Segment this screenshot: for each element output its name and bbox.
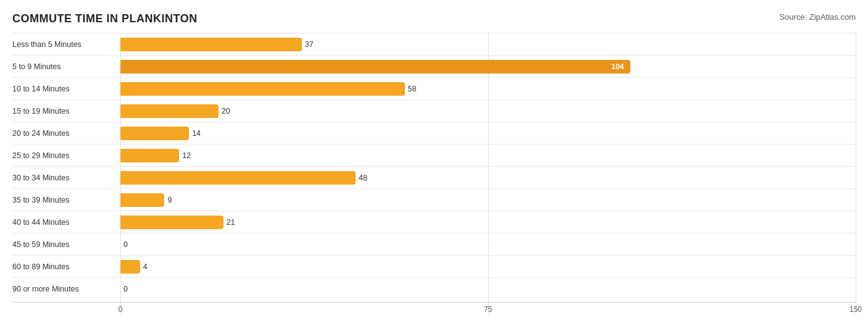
source-text: Source: ZipAtlas.com xyxy=(779,12,856,22)
chart-title: COMMUTE TIME IN PLANKINTON xyxy=(12,12,198,25)
bar-track: 0 xyxy=(120,282,856,296)
x-axis: 075150 xyxy=(12,302,856,315)
bar-fill xyxy=(120,82,405,96)
bar-label: 5 to 9 Minutes xyxy=(12,62,120,71)
bar-row: 40 to 44 Minutes21 xyxy=(12,211,856,233)
bar-row: 15 to 19 Minutes20 xyxy=(12,99,856,122)
bar-row: 30 to 34 Minutes48 xyxy=(12,166,856,188)
bar-fill xyxy=(120,171,356,185)
x-axis-labels: 075150 xyxy=(120,303,856,315)
bar-row: 90 or more Minutes0 xyxy=(12,277,856,300)
bar-fill xyxy=(120,127,189,140)
bar-track: 9 xyxy=(120,193,856,207)
x-axis-tick: 0 xyxy=(119,305,123,314)
chart-container: COMMUTE TIME IN PLANKINTON Source: ZipAt… xyxy=(0,6,868,323)
bar-fill xyxy=(120,260,140,274)
bar-fill xyxy=(120,60,630,73)
bar-track: 20 xyxy=(120,104,856,118)
bar-value: 0 xyxy=(123,282,128,296)
bar-value: 12 xyxy=(182,149,191,162)
bar-value: 104 xyxy=(611,60,624,73)
bar-label: 45 to 59 Minutes xyxy=(12,240,120,249)
bar-value: 58 xyxy=(408,82,417,96)
bar-fill xyxy=(120,149,179,162)
bar-row: 45 to 59 Minutes0 xyxy=(12,233,856,255)
bar-row: 60 to 89 Minutes4 xyxy=(12,255,856,277)
bar-row: 20 to 24 Minutes14 xyxy=(12,122,856,144)
bar-fill xyxy=(120,193,164,207)
bar-label: 35 to 39 Minutes xyxy=(12,196,120,204)
bar-track: 58 xyxy=(120,82,856,96)
bar-track: 21 xyxy=(120,216,856,229)
x-axis-tick: 75 xyxy=(484,305,492,314)
bar-label: Less than 5 Minutes xyxy=(12,40,120,49)
bar-value: 9 xyxy=(167,193,172,207)
bar-track: 12 xyxy=(120,149,856,162)
bar-value: 20 xyxy=(222,104,230,118)
bar-label: 60 to 89 Minutes xyxy=(12,262,120,271)
bar-value: 4 xyxy=(143,260,148,274)
bar-fill xyxy=(120,216,223,229)
grid-line xyxy=(856,33,856,315)
bar-label: 30 to 34 Minutes xyxy=(12,174,120,182)
chart-area: Less than 5 Minutes375 to 9 Minutes10410… xyxy=(12,33,856,315)
bar-value: 0 xyxy=(123,238,128,251)
bar-value: 37 xyxy=(305,38,314,51)
bar-label: 15 to 19 Minutes xyxy=(12,107,120,115)
bar-fill xyxy=(120,104,219,118)
bar-label: 20 to 24 Minutes xyxy=(12,129,120,138)
bar-fill xyxy=(120,38,302,51)
bar-row: 25 to 29 Minutes12 xyxy=(12,144,856,166)
bar-track: 4 xyxy=(120,260,856,274)
x-axis-tick: 150 xyxy=(849,305,862,314)
bar-row: 10 to 14 Minutes58 xyxy=(12,77,856,99)
bar-value: 21 xyxy=(227,216,235,229)
bar-track: 104 xyxy=(120,60,856,73)
bar-label: 25 to 29 Minutes xyxy=(12,151,120,160)
bar-track: 14 xyxy=(120,127,856,140)
bar-value: 14 xyxy=(192,127,201,140)
bar-track: 37 xyxy=(120,38,856,51)
bars-container: Less than 5 Minutes375 to 9 Minutes10410… xyxy=(12,33,856,300)
bar-track: 48 xyxy=(120,171,856,185)
bar-track: 0 xyxy=(120,238,856,251)
bar-value: 48 xyxy=(359,171,367,185)
header-row: COMMUTE TIME IN PLANKINTON Source: ZipAt… xyxy=(12,12,856,25)
bar-row: 5 to 9 Minutes104 xyxy=(12,55,856,77)
bar-row: Less than 5 Minutes37 xyxy=(12,33,856,55)
bar-label: 40 to 44 Minutes xyxy=(12,218,120,227)
bar-label: 10 to 14 Minutes xyxy=(12,85,120,93)
bar-row: 35 to 39 Minutes9 xyxy=(12,188,856,211)
bar-label: 90 or more Minutes xyxy=(12,285,120,293)
